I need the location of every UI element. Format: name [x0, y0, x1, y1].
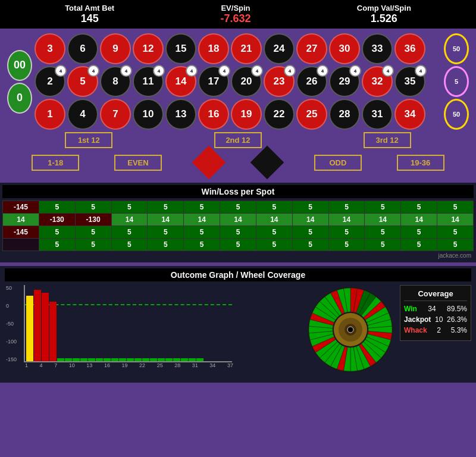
black-diamond[interactable]: [250, 146, 284, 180]
bar-10: [104, 358, 111, 361]
chip-badge-32: 4: [382, 65, 394, 77]
num-cell-9[interactable]: 9: [100, 33, 131, 64]
right-chip-bot[interactable]: 50: [444, 99, 469, 130]
bar-2: [42, 293, 49, 361]
bar-22: [196, 358, 203, 361]
whack-count: 2: [437, 326, 441, 334]
num-cell-28[interactable]: 28: [329, 99, 360, 130]
roulette-wheel: [306, 285, 395, 374]
num-cell-24[interactable]: 24: [264, 33, 295, 64]
num-cell-19[interactable]: 19: [231, 99, 262, 130]
num-cell-29[interactable]: 294: [329, 66, 360, 97]
red-diamond[interactable]: [192, 146, 226, 180]
num-cell-8[interactable]: 84: [100, 66, 131, 97]
bar-7: [80, 358, 87, 361]
even-odds-row: 1-18 EVEN ODD 19-36: [14, 151, 462, 174]
bar-19: [173, 358, 180, 361]
number-row-1: 369121518212427303336: [35, 33, 441, 64]
num-cell-18[interactable]: 18: [198, 33, 229, 64]
num-cell-7[interactable]: 7: [100, 99, 131, 130]
num-cell-3[interactable]: 3: [35, 33, 65, 64]
num-cell-27[interactable]: 27: [296, 33, 327, 64]
wheel-center-dot: [347, 327, 353, 333]
num-cell-30[interactable]: 30: [329, 33, 360, 64]
one-eighteen-bet[interactable]: 1-18: [32, 155, 79, 171]
num-cell-5[interactable]: 54: [67, 66, 98, 97]
win-count: 34: [428, 305, 436, 313]
numbers-grid: 3691215182124273033362454841141441742042…: [35, 33, 441, 130]
comp-val-value: 1.526: [357, 12, 411, 25]
num-cell-16[interactable]: 16: [198, 99, 229, 130]
y-label-0: 0: [6, 303, 17, 309]
jackpot-pct: 26.3%: [447, 315, 467, 324]
double-zero[interactable]: 00: [7, 50, 32, 81]
whack-label: Whack: [404, 326, 427, 334]
win-label: Win: [404, 305, 417, 313]
third-dozen-bet[interactable]: 3rd 12: [364, 132, 411, 148]
comp-val-section: Comp Val/Spin 1.526: [357, 4, 411, 25]
bar-15: [142, 358, 149, 361]
nineteen-thirtysix-bet[interactable]: 19-36: [397, 155, 444, 171]
num-cell-12[interactable]: 12: [133, 33, 164, 64]
num-cell-1[interactable]: 1: [35, 99, 65, 130]
num-cell-34[interactable]: 34: [394, 99, 425, 130]
num-cell-13[interactable]: 13: [165, 99, 196, 130]
number-row-3: 147101316192225283134: [35, 99, 441, 130]
num-cell-4[interactable]: 4: [67, 99, 98, 130]
chip-badge-26: 4: [317, 65, 328, 77]
odd-bet[interactable]: ODD: [314, 155, 362, 171]
right-chip-top[interactable]: 50: [444, 33, 469, 64]
bar-1: [34, 290, 41, 361]
coverage-win-row: Win 34 89.5%: [404, 305, 467, 313]
y-label-50: 50: [6, 285, 17, 291]
num-cell-2[interactable]: 24: [35, 66, 65, 97]
chip-badge-2: 4: [55, 65, 67, 77]
coverage-whack-row: Whack 2 5.3%: [404, 326, 467, 334]
graph-section: Outcome Graph / Wheel Coverage 50 0 -50 …: [0, 266, 476, 383]
jackpot-label: Jackpot: [404, 315, 431, 324]
single-zero[interactable]: 0: [7, 83, 32, 114]
chip-badge-20: 4: [251, 65, 263, 77]
right-chip-mid[interactable]: 5: [444, 66, 469, 97]
total-amt-label: Total Amt Bet: [65, 4, 114, 12]
num-cell-22[interactable]: 22: [264, 99, 295, 130]
coverage-title: Coverage: [404, 289, 467, 301]
jackace-label: jackace.com: [2, 251, 474, 260]
num-cell-36[interactable]: 36: [394, 33, 425, 64]
num-cell-21[interactable]: 21: [231, 33, 262, 64]
bottom-bets: 1st 12 2nd 12 3rd 12 1-18 EVEN ODD 19-36: [7, 130, 469, 177]
num-cell-14[interactable]: 144: [165, 66, 196, 97]
num-cell-35[interactable]: 354: [394, 66, 425, 97]
header-bar: Total Amt Bet 145 EV/Spin -7.632 Comp Va…: [0, 0, 476, 29]
second-dozen-bet[interactable]: 2nd 12: [214, 132, 262, 148]
first-dozen-bet[interactable]: 1st 12: [65, 132, 112, 148]
bar-3: [49, 302, 57, 361]
num-cell-25[interactable]: 25: [296, 99, 327, 130]
num-cell-26[interactable]: 264: [296, 66, 327, 97]
ev-spin-value: -7.632: [220, 12, 250, 25]
bar-4: [57, 358, 64, 361]
wheel-svg: [306, 285, 395, 374]
bar-14: [134, 358, 142, 361]
dozen-bets-row: 1st 12 2nd 12 3rd 12: [14, 132, 462, 148]
bars-container: [26, 285, 203, 361]
bar-13: [127, 358, 134, 361]
num-cell-20[interactable]: 204: [231, 66, 262, 97]
num-cell-17[interactable]: 174: [198, 66, 229, 97]
even-bet[interactable]: EVEN: [114, 155, 162, 171]
bar-20: [181, 358, 188, 361]
winloss-section: Win/Loss per Spot -14555555555555514-130…: [0, 183, 476, 262]
bar-18: [165, 358, 173, 361]
chip-badge-5: 4: [87, 65, 99, 77]
whack-pct: 5.3%: [451, 326, 467, 334]
num-cell-15[interactable]: 15: [165, 33, 196, 64]
num-cell-33[interactable]: 33: [362, 33, 393, 64]
num-cell-11[interactable]: 114: [133, 66, 164, 97]
num-cell-32[interactable]: 324: [362, 66, 393, 97]
num-cell-10[interactable]: 10: [133, 99, 164, 130]
num-cell-31[interactable]: 31: [362, 99, 393, 130]
chip-badge-11: 4: [153, 65, 165, 77]
num-cell-23[interactable]: 234: [264, 66, 295, 97]
bar-8: [88, 358, 95, 361]
num-cell-6[interactable]: 6: [67, 33, 98, 64]
